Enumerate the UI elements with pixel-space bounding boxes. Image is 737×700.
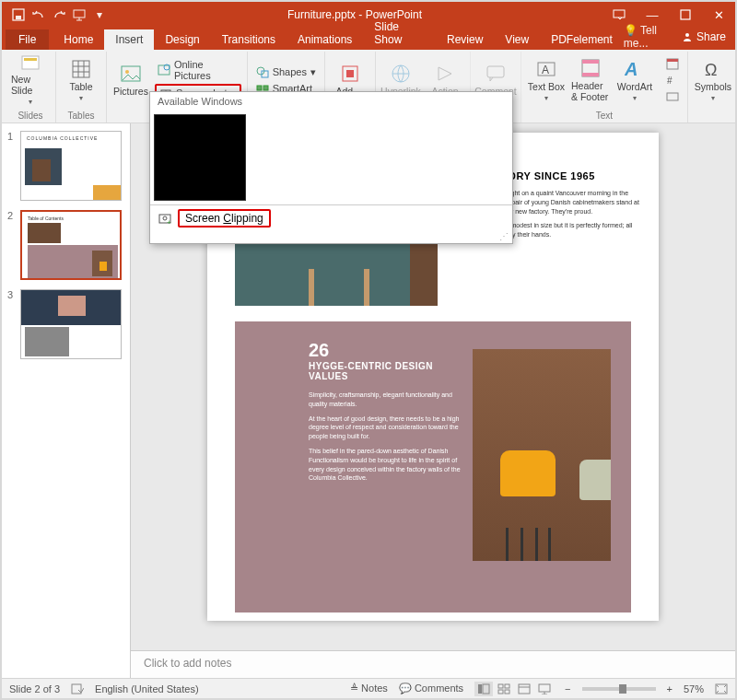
- svg-rect-44: [505, 690, 509, 694]
- notes-toggle[interactable]: ≜ Notes: [350, 682, 388, 694]
- screenshot-dropdown: Available Windows + Screen Clipping ⋰: [149, 91, 513, 244]
- svg-rect-4: [681, 10, 690, 19]
- sec2-para3: This belief in the pared-down aesthetic …: [309, 447, 465, 483]
- wordart-button[interactable]: AWordArt▾: [615, 54, 654, 106]
- svg-rect-30: [667, 59, 678, 62]
- notes-pane[interactable]: Click to add notes: [131, 650, 735, 678]
- slideshow-view-button[interactable]: [535, 682, 554, 696]
- tell-me[interactable]: 💡 Tell me...: [624, 24, 674, 50]
- window-title: Furniture.pptx - PowerPoint: [107, 8, 602, 21]
- svg-text:+: +: [167, 218, 171, 226]
- screen-clipping-icon: +: [158, 211, 172, 226]
- language-status[interactable]: English (United States): [95, 683, 199, 694]
- svg-text:Ω: Ω: [705, 61, 717, 79]
- new-slide-button[interactable]: New Slide▾: [11, 54, 50, 106]
- view-buttons: [474, 682, 554, 696]
- zoom-in-button[interactable]: +: [667, 683, 673, 694]
- svg-rect-18: [263, 86, 268, 90]
- svg-rect-43: [498, 690, 503, 694]
- svg-rect-20: [346, 70, 354, 77]
- sec2-number: 26: [309, 340, 465, 361]
- reading-view-button[interactable]: [515, 682, 533, 696]
- dropdown-resize-grip[interactable]: ⋰: [150, 231, 512, 243]
- tab-slideshow[interactable]: Slide Show: [363, 17, 436, 50]
- header-footer-icon: [580, 58, 601, 78]
- slide-number-icon: #: [666, 74, 679, 87]
- slide-thumbnail-3[interactable]: [20, 289, 122, 359]
- zoom-out-button[interactable]: −: [565, 683, 570, 694]
- date-time-button[interactable]: [663, 56, 682, 71]
- svg-rect-27: [582, 73, 599, 76]
- date-icon: [666, 57, 679, 70]
- online-pictures-button[interactable]: Online Pictures: [155, 58, 241, 82]
- slide-position[interactable]: Slide 2 of 3: [9, 683, 60, 694]
- new-slide-label: New Slide: [11, 74, 50, 96]
- qat-dropdown-icon[interactable]: ▾: [92, 7, 107, 22]
- sec2-para1: Simplicity, craftsmanship, elegant funct…: [309, 391, 465, 409]
- tab-animations[interactable]: Animations: [287, 29, 363, 50]
- save-icon[interactable]: [11, 7, 26, 22]
- tab-design[interactable]: Design: [154, 29, 210, 50]
- svg-rect-3: [614, 10, 625, 18]
- svg-rect-40: [483, 684, 489, 694]
- action-icon: [435, 64, 455, 84]
- wordart-icon: A: [625, 59, 645, 79]
- thumb-number-2: 2: [7, 210, 17, 221]
- spell-check-icon[interactable]: [71, 682, 84, 695]
- sec2-title: HYGGE-CENTRIC DESIGN VALUES: [309, 361, 465, 381]
- status-bar: Slide 2 of 3 English (United States) ≜ N…: [2, 678, 735, 698]
- share-button[interactable]: Share: [682, 30, 726, 43]
- thumb-number-1: 1: [7, 131, 17, 142]
- pictures-button[interactable]: Pictures: [112, 54, 149, 106]
- svg-rect-39: [478, 684, 482, 694]
- table-button[interactable]: Table▾: [62, 54, 100, 106]
- available-window-thumbnail[interactable]: [154, 114, 246, 201]
- screen-clipping-item[interactable]: + Screen Clipping: [150, 205, 512, 231]
- svg-rect-32: [667, 93, 678, 100]
- symbols-icon: Ω: [703, 59, 723, 79]
- svg-rect-38: [72, 684, 81, 694]
- mauve-block[interactable]: 26 HYGGE-CENTRIC DESIGN VALUES Simplicit…: [235, 321, 631, 612]
- textbox-icon: A: [536, 59, 556, 79]
- tab-insert[interactable]: Insert: [104, 29, 154, 50]
- slide-thumbnail-2[interactable]: Table of Contents: [20, 210, 122, 280]
- tab-pdfelement[interactable]: PDFelement: [540, 29, 624, 50]
- group-tables-label: Tables: [68, 109, 95, 122]
- chair-image[interactable]: [473, 349, 611, 561]
- zoom-level[interactable]: 57%: [684, 683, 704, 694]
- start-slideshow-icon[interactable]: [72, 7, 87, 22]
- section-26-text[interactable]: 26 HYGGE-CENTRIC DESIGN VALUES Simplicit…: [309, 340, 465, 488]
- table-icon: [71, 59, 91, 79]
- redo-icon[interactable]: [52, 7, 66, 22]
- normal-view-button[interactable]: [474, 682, 493, 696]
- table-label: Table: [69, 81, 92, 92]
- symbols-button[interactable]: ΩSymbols▾: [694, 54, 732, 106]
- zoom-slider[interactable]: [582, 687, 656, 691]
- tab-review[interactable]: Review: [436, 29, 494, 50]
- svg-rect-45: [519, 684, 530, 694]
- tab-view[interactable]: View: [494, 29, 540, 50]
- svg-rect-2: [74, 10, 85, 18]
- group-text-label: Text: [596, 109, 613, 122]
- comments-toggle[interactable]: 💬 Comments: [399, 682, 463, 694]
- textbox-button[interactable]: AText Box▾: [527, 54, 566, 106]
- header-footer-button[interactable]: Header & Footer: [571, 54, 610, 106]
- online-pictures-icon: [158, 64, 170, 76]
- sorter-view-button[interactable]: [495, 682, 513, 696]
- undo-icon[interactable]: [31, 7, 46, 22]
- addins-icon: [340, 64, 360, 84]
- object-button[interactable]: [663, 89, 682, 104]
- tab-home[interactable]: Home: [53, 29, 104, 50]
- svg-rect-1: [16, 16, 21, 19]
- tab-transitions[interactable]: Transitions: [211, 29, 287, 50]
- fit-to-window-button[interactable]: [715, 683, 728, 694]
- shapes-button[interactable]: Shapes ▾: [253, 64, 319, 79]
- slide-number-button[interactable]: #: [663, 73, 682, 88]
- new-slide-icon: [20, 54, 41, 72]
- group-slides-label: Slides: [18, 109, 42, 122]
- slide-thumbnail-1[interactable]: COLUMBIA COLLECTIVE: [20, 131, 122, 201]
- tab-file[interactable]: File: [6, 29, 49, 50]
- svg-point-5: [685, 33, 689, 37]
- svg-rect-42: [505, 684, 509, 688]
- pictures-icon: [121, 64, 141, 84]
